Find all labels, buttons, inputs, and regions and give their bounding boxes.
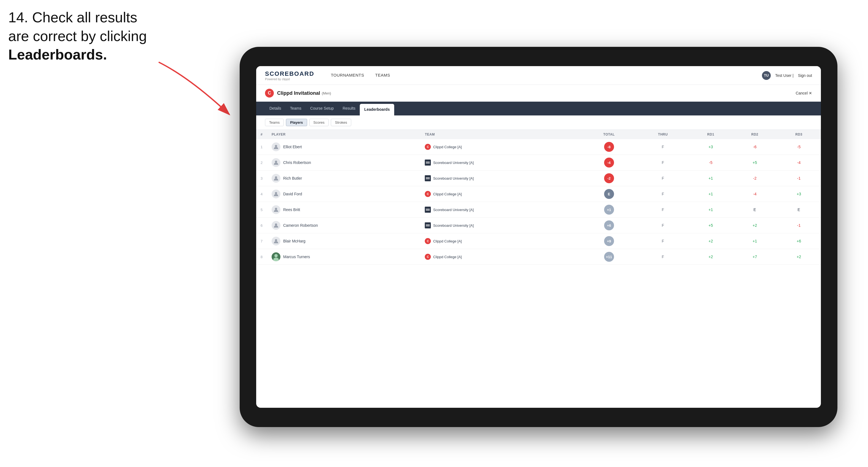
player-avatar [272,221,280,230]
player-avatar [272,205,280,214]
nav-teams[interactable]: TEAMS [370,66,396,85]
svg-point-1 [275,145,277,147]
cell-thru: F [637,249,689,265]
cell-player: David Ford [267,186,421,202]
player-avatar [272,143,280,151]
cell-team: C Clippd College [A] [421,249,581,265]
leaderboard-table: # PLAYER TEAM TOTAL THRU RD1 RD2 RD3 1 [256,130,821,265]
svg-point-7 [275,239,277,241]
tournament-badge: (Men) [322,91,331,95]
logo-area: SCOREBOARD Powered by clippd [265,70,314,81]
tab-bar: Details Teams Course Setup Results Leade… [256,102,821,116]
cell-rd3: -1 [777,170,821,186]
navbar: SCOREBOARD Powered by clippd TOURNAMENTS… [256,66,821,85]
player-name: Rich Butler [283,176,302,181]
score-badge: +9 [604,236,614,246]
user-name: Test User | [775,73,794,78]
cell-rank: 1 [256,139,267,155]
cell-total: +11 [581,249,637,265]
cell-total: -8 [581,139,637,155]
cell-rd1: +1 [689,170,733,186]
player-name: Elliot Ebert [283,145,302,149]
logo-text: SCOREBOARD [265,70,314,77]
cell-thru: F [637,234,689,249]
cell-rd3: E [777,202,821,218]
player-avatar [272,174,280,183]
cell-rd3: -1 [777,218,821,234]
score-badge: -4 [604,158,614,167]
tab-teams[interactable]: Teams [286,102,306,116]
table-row: 4 David Ford C Clippd College [A] E F +1… [256,186,821,202]
player-name: Chris Robertson [283,160,311,165]
svg-point-4 [275,192,277,194]
cell-rd2: +1 [733,234,777,249]
score-badge: +11 [604,252,614,262]
cell-rd3: +6 [777,234,821,249]
cell-player: Elliot Ebert [267,139,421,155]
score-badge: -2 [604,173,614,183]
table-header: # PLAYER TEAM TOTAL THRU RD1 RD2 RD3 [256,130,821,139]
cell-player: Cameron Robertson [267,218,421,234]
filter-players[interactable]: Players [286,119,307,126]
cell-player: Blair McHarg [267,234,421,249]
table-row: 3 Rich Butler Scoreboard University [A] [256,170,821,186]
tournament-icon: C [265,89,274,97]
cell-rank: 5 [256,202,267,218]
cell-rank: 2 [256,155,267,170]
sub-header: C Clippd Invitational (Men) Cancel ✕ [256,85,821,102]
cell-total: E [581,186,637,202]
cell-team: C Clippd College [A] [421,139,581,155]
team-icon-sq [425,207,431,213]
svg-point-5 [275,208,277,210]
tab-results[interactable]: Results [338,102,360,116]
cell-rd3: -4 [777,155,821,170]
team-icon-sq [425,222,431,228]
player-name: Cameron Robertson [283,223,318,227]
cell-rd1: +1 [689,186,733,202]
svg-point-3 [275,176,277,179]
tab-leaderboards[interactable]: Leaderboards [360,104,394,116]
team-icon-c: C [425,238,431,244]
cell-rd2: +7 [733,249,777,265]
sign-out-link[interactable]: Sign out [798,73,812,78]
col-team: TEAM [421,130,581,139]
player-avatar [272,190,280,198]
cancel-button[interactable]: Cancel ✕ [796,91,812,95]
cell-total: +6 [581,218,637,234]
instruction-text: 14. Check all results are correct by cli… [8,8,147,64]
team-icon-c: C [425,254,431,260]
cell-total: -2 [581,170,637,186]
col-rank: # [256,130,267,139]
filter-strokes[interactable]: Strokes [331,119,351,126]
cell-thru: F [637,218,689,234]
cell-total: -4 [581,155,637,170]
tab-course-setup[interactable]: Course Setup [306,102,338,116]
score-badge: E [604,189,614,199]
tab-details[interactable]: Details [265,102,286,116]
cell-player: Rees Britt [267,202,421,218]
nav-tournaments[interactable]: TOURNAMENTS [325,66,370,85]
team-icon-sq [425,159,431,165]
team-name: Scoreboard University [A] [433,223,473,227]
annotation-arrow [138,55,242,127]
filter-teams[interactable]: Teams [265,119,284,126]
svg-point-9 [274,254,278,257]
cell-team: Scoreboard University [A] [421,170,581,186]
cell-rd2: E [733,202,777,218]
user-avatar-nav: TU [762,71,771,80]
col-rd3: RD3 [777,130,821,139]
svg-point-6 [275,223,277,226]
table-row: 6 Cameron Robertson Scoreboard Universit… [256,218,821,234]
cell-thru: F [637,186,689,202]
cell-rd1: +5 [689,218,733,234]
col-rd2: RD2 [733,130,777,139]
score-badge: +6 [604,220,614,230]
cell-rd1: +2 [689,234,733,249]
cell-rd1: -5 [689,155,733,170]
score-badge: -8 [604,142,614,152]
filter-scores[interactable]: Scores [309,119,329,126]
team-name: Clippd College [A] [433,255,462,259]
cell-thru: F [637,170,689,186]
col-total: TOTAL [581,130,637,139]
player-avatar [272,252,280,261]
